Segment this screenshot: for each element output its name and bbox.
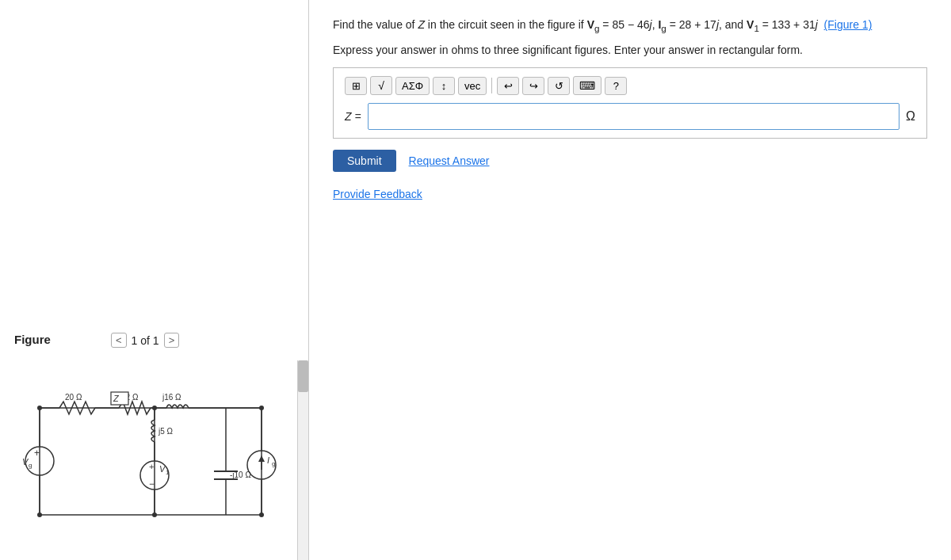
svg-text:I: I xyxy=(267,455,269,465)
request-answer-button[interactable]: Request Answer xyxy=(409,154,490,167)
sqrt-icon: √ xyxy=(378,79,384,92)
figure-navigation: < 1 of 1 > xyxy=(111,333,179,348)
figure-area: + V g 20 Ω 12 Ω xyxy=(0,360,308,560)
svg-text:20 Ω: 20 Ω xyxy=(65,393,82,402)
scroll-thumb[interactable] xyxy=(298,360,308,392)
svg-marker-47 xyxy=(258,455,265,462)
svg-text:-j10 Ω: -j10 Ω xyxy=(230,470,251,479)
input-label: Z = xyxy=(345,110,361,123)
circuit-diagram: + V g 20 Ω 12 Ω xyxy=(0,360,308,550)
svg-text:g: g xyxy=(29,462,32,469)
svg-text:−: − xyxy=(149,478,155,490)
toolbar: ⊞ √ ΑΣΦ ↕ vec ↩ ↪ xyxy=(345,76,915,95)
input-row: Z = Ω xyxy=(345,103,915,130)
svg-text:j16 Ω: j16 Ω xyxy=(162,393,181,402)
matrix-button[interactable]: ⊞ xyxy=(345,77,367,95)
answer-input[interactable] xyxy=(368,103,899,130)
svg-text:Z: Z xyxy=(113,394,120,403)
arrows-icon: ↕ xyxy=(441,80,447,92)
figure-link[interactable]: (Figure 1) xyxy=(824,18,873,31)
undo-icon: ↩ xyxy=(504,80,513,92)
figure-label: Figure xyxy=(14,333,51,346)
help-icon: ? xyxy=(613,80,619,92)
help-button[interactable]: ? xyxy=(605,77,627,95)
toolbar-divider-1 xyxy=(491,78,492,93)
answer-instruction: Express your answer in ohms to three sig… xyxy=(333,44,927,56)
prev-figure-button[interactable]: < xyxy=(111,333,127,348)
action-row: Submit Request Answer xyxy=(333,150,927,172)
undo-button[interactable]: ↩ xyxy=(497,77,519,95)
svg-text:1: 1 xyxy=(166,469,170,476)
matrix-icon: ⊞ xyxy=(352,80,361,92)
refresh-button[interactable]: ↺ xyxy=(548,77,570,95)
redo-icon: ↪ xyxy=(529,80,538,92)
provide-feedback-button[interactable]: Provide Feedback xyxy=(333,188,422,200)
arrows-button[interactable]: ↕ xyxy=(433,77,455,95)
sigma-button[interactable]: ΑΣΦ xyxy=(395,77,430,95)
omega-symbol: Ω xyxy=(906,109,915,124)
sqrt-button[interactable]: √ xyxy=(370,76,392,95)
refresh-icon: ↺ xyxy=(555,80,563,92)
right-panel: Find the value of Z in the circuit seen … xyxy=(309,0,951,560)
answer-box: ⊞ √ ΑΣΦ ↕ vec ↩ ↪ xyxy=(333,67,927,139)
keyboard-icon: ⌨ xyxy=(579,79,595,92)
vec-button[interactable]: vec xyxy=(458,77,487,95)
keyboard-button[interactable]: ⌨ xyxy=(573,76,602,95)
circuit-svg: + V g 20 Ω 12 Ω xyxy=(16,368,285,550)
question-text: Find the value of Z in the circuit seen … xyxy=(333,16,927,36)
sigma-icon: ΑΣΦ xyxy=(402,80,423,92)
svg-text:+: + xyxy=(34,448,40,459)
redo-button[interactable]: ↪ xyxy=(522,77,544,95)
scroll-bar[interactable] xyxy=(297,360,308,560)
svg-text:+: + xyxy=(149,462,154,471)
svg-text:g: g xyxy=(272,460,275,467)
vec-label: vec xyxy=(464,80,480,92)
page-indicator: 1 of 1 xyxy=(132,334,159,347)
submit-button[interactable]: Submit xyxy=(333,150,396,172)
next-figure-button[interactable]: > xyxy=(164,333,180,348)
svg-text:j5 Ω: j5 Ω xyxy=(158,427,174,436)
